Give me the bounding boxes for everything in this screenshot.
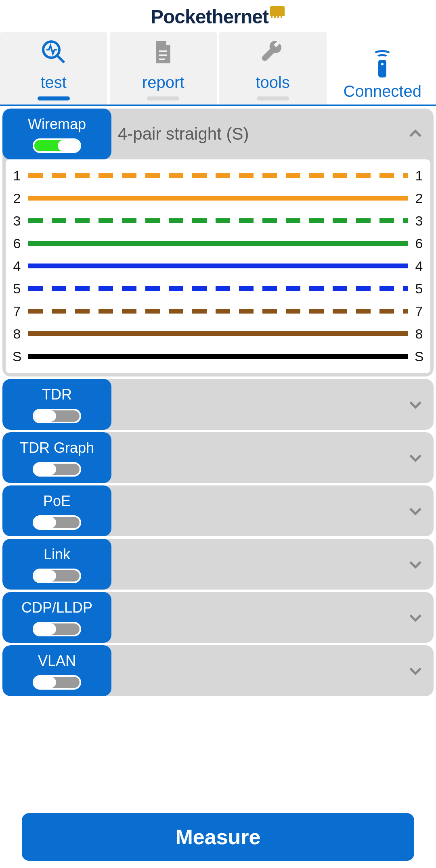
wire-line — [28, 331, 408, 336]
pin-left: 1 — [10, 168, 24, 184]
section-summary — [111, 645, 397, 696]
enable-toggle[interactable] — [33, 622, 81, 636]
wiremap-body: 1122336644557788SS — [6, 159, 430, 373]
search-pulse-icon — [41, 39, 67, 69]
svg-rect-4 — [159, 59, 165, 60]
section-title: VLAN — [38, 653, 76, 669]
chevron-down-icon[interactable] — [397, 379, 434, 430]
wire-line — [28, 286, 408, 291]
pin-left: 8 — [10, 326, 24, 342]
pin-left: 2 — [10, 190, 24, 206]
wire-row: 66 — [10, 232, 426, 255]
enable-toggle[interactable] — [33, 515, 81, 530]
section-title: Wiremap — [28, 116, 86, 133]
wire-row: SS — [10, 345, 426, 368]
section-title: CDP/LLDP — [21, 599, 92, 616]
section-header: VLAN — [2, 645, 434, 696]
pin-right: 3 — [412, 213, 426, 229]
wire-line — [28, 354, 408, 359]
svg-rect-3 — [159, 54, 167, 56]
pin-left: 6 — [10, 236, 24, 251]
rj45-icon — [270, 6, 285, 16]
section-header: Link — [2, 539, 434, 590]
tab-label: report — [142, 73, 184, 92]
document-icon — [150, 39, 176, 69]
pin-left: 3 — [10, 213, 24, 229]
pin-right: 5 — [412, 281, 426, 297]
pin-right: 6 — [412, 236, 426, 251]
section-header: CDP/LLDP — [2, 592, 434, 643]
sections-list: Wiremap4-pair straight (S)11223366445577… — [0, 106, 436, 696]
tab-label: test — [41, 73, 67, 92]
section-title: Link — [44, 546, 70, 563]
tab-report[interactable]: report — [110, 32, 217, 105]
wire-row: 88 — [10, 322, 426, 345]
section-toggle-tab[interactable]: TDR Graph — [2, 432, 111, 483]
wire-line — [28, 218, 408, 223]
section-toggle-tab[interactable]: CDP/LLDP — [2, 592, 111, 643]
enable-toggle[interactable] — [33, 409, 81, 423]
enable-toggle[interactable] — [33, 138, 81, 153]
pin-right: S — [412, 349, 426, 364]
pin-left: 7 — [10, 303, 24, 319]
section-header: PoE — [2, 485, 434, 536]
chevron-down-icon[interactable] — [397, 592, 434, 643]
section-title: PoE — [43, 493, 71, 510]
tab-label: tools — [256, 73, 290, 92]
section-toggle-tab[interactable]: Link — [2, 539, 111, 590]
section-summary — [111, 592, 397, 643]
measure-button[interactable]: Measure — [22, 813, 414, 861]
wire-line — [28, 264, 408, 268]
wire-line — [28, 241, 408, 246]
pin-right: 7 — [412, 303, 426, 319]
section-tdr: TDR — [2, 379, 434, 430]
section-toggle-tab[interactable]: Wiremap — [2, 109, 111, 159]
section-link: Link — [2, 539, 434, 590]
section-title: TDR — [42, 386, 72, 403]
main-tabs: test report tools Conn — [0, 32, 436, 106]
wire-line — [28, 196, 408, 201]
pin-left: 5 — [10, 281, 24, 297]
section-wiremap: Wiremap4-pair straight (S)11223366445577… — [2, 109, 434, 376]
section-header: TDR — [2, 379, 434, 430]
tab-connection-status[interactable]: Connected — [329, 32, 436, 105]
wrench-icon — [260, 39, 286, 69]
svg-line-1 — [57, 55, 64, 63]
tab-tools[interactable]: tools — [219, 32, 327, 105]
tab-indicator — [257, 96, 289, 100]
wire-row: 22 — [10, 187, 426, 209]
section-title: TDR Graph — [20, 439, 94, 456]
chevron-down-icon[interactable] — [397, 539, 434, 590]
enable-toggle[interactable] — [33, 569, 81, 583]
wire-row: 11 — [10, 164, 426, 187]
tab-indicator — [38, 96, 70, 100]
pin-right: 2 — [412, 190, 426, 206]
section-toggle-tab[interactable]: VLAN — [2, 645, 111, 696]
chevron-down-icon[interactable] — [397, 645, 434, 696]
tab-test[interactable]: test — [0, 32, 107, 105]
svg-rect-2 — [159, 50, 167, 52]
section-summary: 4-pair straight (S) — [111, 109, 397, 159]
section-summary — [111, 485, 397, 536]
wire-row: 55 — [10, 277, 426, 300]
enable-toggle[interactable] — [33, 462, 81, 477]
section-toggle-tab[interactable]: PoE — [2, 485, 111, 536]
section-vlan: VLAN — [2, 645, 434, 696]
pin-left: S — [10, 349, 24, 364]
chevron-up-icon[interactable] — [397, 109, 434, 159]
connection-status-label: Connected — [344, 82, 421, 100]
pin-left: 4 — [10, 258, 24, 274]
pin-right: 1 — [412, 168, 426, 184]
enable-toggle[interactable] — [33, 675, 81, 690]
device-signal-icon — [374, 53, 390, 77]
section-header: TDR Graph — [2, 432, 434, 483]
section-cdp_lldp: CDP/LLDP — [2, 592, 434, 643]
section-summary — [111, 539, 397, 590]
chevron-down-icon[interactable] — [397, 485, 434, 536]
section-poe: PoE — [2, 485, 434, 536]
section-summary — [111, 432, 397, 483]
chevron-down-icon[interactable] — [397, 432, 434, 483]
section-toggle-tab[interactable]: TDR — [2, 379, 111, 430]
section-summary — [111, 379, 397, 430]
brand-name: Pockethernet — [151, 6, 268, 28]
